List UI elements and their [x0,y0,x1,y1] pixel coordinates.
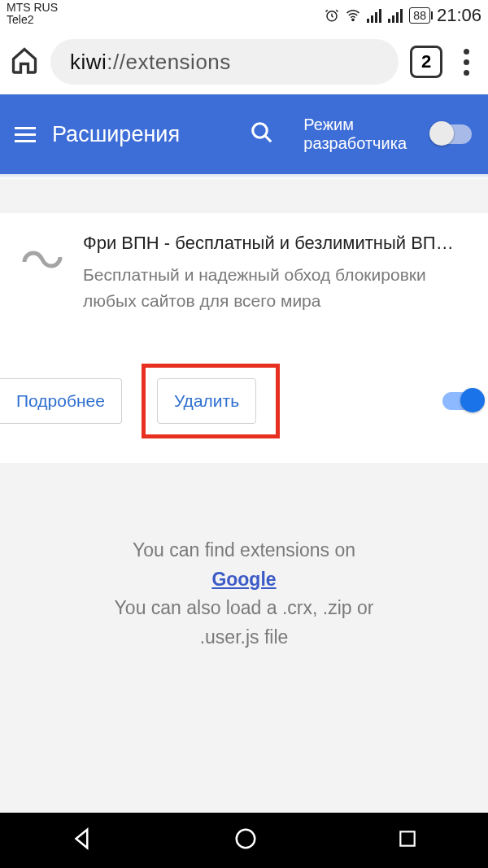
svg-rect-7 [392,15,394,23]
clock: 21:06 [437,5,481,26]
alarm-icon [325,8,339,23]
extension-title: Фри ВПН - бесплатный и безлимитный ВПН … [83,233,465,254]
header-shadow [0,174,488,179]
svg-point-10 [253,124,268,138]
extension-card: Фри ВПН - бесплатный и безлимитный ВПН …… [0,213,488,463]
nav-back-icon[interactable] [70,827,94,854]
svg-rect-8 [396,12,399,23]
signal-icon-2 [388,8,404,23]
delete-button[interactable]: Удалить [157,378,256,424]
battery-indicator: 88 [409,7,430,24]
google-link[interactable]: Google [211,569,276,590]
browser-toolbar: kiwi://extensions 2 [0,29,488,94]
overflow-menu-icon[interactable] [454,49,478,76]
footer-area: You can find extensions on Google You ca… [0,463,488,868]
details-button[interactable]: Подробнее [0,378,122,424]
svg-rect-9 [400,9,403,23]
tab-count-label: 2 [421,51,431,72]
infinity-icon [16,233,65,313]
dev-mode-label: Режим разработчика [303,116,407,153]
svg-rect-12 [401,831,415,845]
tabs-button[interactable]: 2 [410,46,442,78]
svg-rect-4 [375,12,377,23]
system-nav-bar [0,813,488,868]
nav-home-icon[interactable] [233,827,258,854]
extensions-header: Расширения Режим разработчика [0,94,488,174]
svg-rect-6 [388,19,390,23]
home-icon[interactable] [10,46,39,78]
nav-recent-icon[interactable] [397,828,418,853]
search-icon[interactable] [250,120,274,148]
dev-mode-toggle[interactable] [431,124,472,144]
svg-rect-3 [371,15,373,23]
delete-button-highlight: Удалить [142,364,280,438]
svg-point-11 [237,830,255,848]
url-bar[interactable]: kiwi://extensions [50,39,399,85]
carrier-1: MTS RUS [7,2,58,14]
extension-description: Бесплатный и надежный обход блокировки л… [83,262,472,313]
page-title: Расширения [52,122,180,147]
svg-rect-2 [367,19,369,23]
hamburger-icon[interactable] [15,127,36,142]
wifi-icon [344,8,362,23]
footer-text: You can find extensions on Google You ca… [0,536,488,652]
status-bar: MTS RUS Tele2 88 21:06 [0,0,488,29]
carrier-2: Tele2 [7,14,58,26]
extension-enable-toggle[interactable] [442,392,477,410]
svg-rect-5 [379,9,381,23]
carrier-label: MTS RUS Tele2 [7,2,58,27]
url-scheme: kiwi [70,50,107,75]
spacer [0,179,488,213]
url-path: ://extensions [107,50,230,75]
signal-icon-1 [367,8,383,23]
svg-point-1 [352,19,354,20]
